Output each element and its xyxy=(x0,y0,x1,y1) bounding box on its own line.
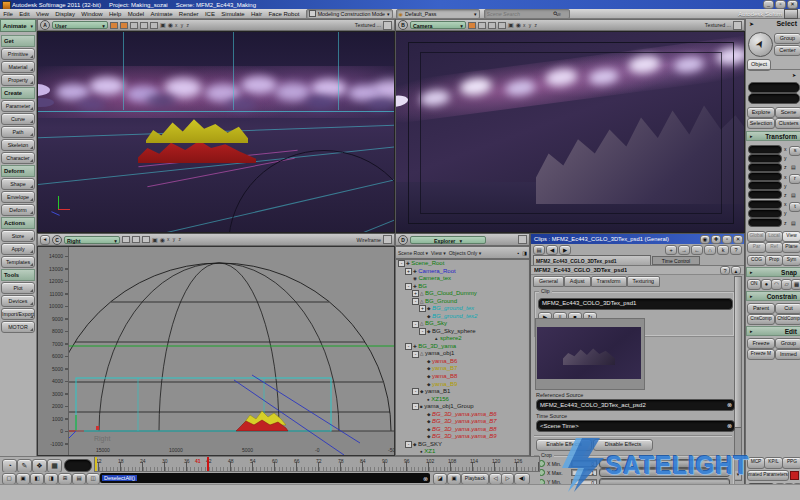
node-label[interactable]: XZ1 xyxy=(424,448,435,456)
explorer-tree-row[interactable]: - △ BG_Sky xyxy=(396,320,529,328)
transform-value-field[interactable] xyxy=(748,209,782,218)
explorer-letter[interactable]: D xyxy=(398,235,408,245)
filter-dropdown[interactable]: Objects Only ▾ xyxy=(449,250,482,256)
scene-button[interactable]: Scene xyxy=(775,107,800,118)
expander-icon[interactable]: - xyxy=(412,298,419,305)
transform-value-field[interactable] xyxy=(748,172,782,181)
display-mode-dropdown[interactable]: Textured ... xyxy=(705,22,731,28)
timeline-ruler[interactable]: 1218243036424854606672788490961021081141… xyxy=(94,456,540,472)
viewport-b-camera-dropdown[interactable]: Camera▾ xyxy=(410,21,466,29)
solo-swatch[interactable] xyxy=(132,236,140,243)
pen-tool-icon[interactable]: ✎ xyxy=(17,459,32,473)
swatch[interactable] xyxy=(488,22,496,29)
expander-icon[interactable]: + xyxy=(412,290,419,297)
keys-icon[interactable]: k xyxy=(717,245,729,255)
node-label[interactable]: BG_SKY xyxy=(418,441,442,449)
explorer-tree-row[interactable]: ◆ BG_3D_yama.yama_B8 xyxy=(396,426,529,434)
par-button[interactable]: Par xyxy=(747,242,766,253)
node-label[interactable]: BG_Sky xyxy=(425,320,447,328)
kpl-button[interactable]: KP/L xyxy=(764,457,783,469)
grid-tool-icon[interactable]: ▦ xyxy=(47,459,62,473)
splitter[interactable] xyxy=(395,19,396,233)
mute-swatch[interactable] xyxy=(110,22,118,29)
ppg-tab[interactable]: Texturing xyxy=(627,276,661,287)
toolbar-row[interactable]: Material xyxy=(1,61,35,73)
explorer-tree-row[interactable]: ◆ BG_ground_tex2 xyxy=(396,313,529,321)
clip-name-field[interactable]: MFM2_Ec443_COLO_3DTex_psd1 xyxy=(538,298,733,310)
node-label[interactable]: yama_B6 xyxy=(432,358,457,366)
menu-item[interactable]: View xyxy=(36,11,49,17)
explorer-tree-row[interactable]: - ◆ yama_B1 xyxy=(396,388,529,396)
expander-icon[interactable]: - xyxy=(412,403,419,410)
resize-viewport-icon[interactable] xyxy=(383,235,392,244)
viewport-b-canvas[interactable] xyxy=(395,31,745,233)
back-icon[interactable]: ← xyxy=(691,245,703,255)
explorer-tree-row[interactable]: ◆ yama_B8 xyxy=(396,373,529,381)
explore-button[interactable]: Explore xyxy=(747,107,775,118)
node-icon[interactable]: ⊗ xyxy=(727,422,732,431)
ppg-tab[interactable]: Transform xyxy=(591,276,627,287)
enable-effects-button[interactable]: Enable Effects xyxy=(536,439,592,451)
eye-icon[interactable]: ◉ xyxy=(160,236,165,244)
resize-viewport-icon[interactable] xyxy=(733,21,742,30)
view-button[interactable]: View xyxy=(782,231,800,242)
recycle-icon[interactable]: ∩ xyxy=(704,245,716,255)
playhead[interactable] xyxy=(207,457,209,471)
menu-item[interactable]: File xyxy=(3,11,13,17)
snap-grid-icon[interactable]: ▦ xyxy=(791,279,800,290)
selection-field-1[interactable] xyxy=(748,82,800,93)
explorer-tree-row[interactable]: ◆ yama_B9 xyxy=(396,381,529,389)
node-label[interactable]: BG_3D_yama.yama_B9 xyxy=(432,433,497,441)
expander-icon[interactable]: + xyxy=(405,268,412,275)
snap-on-button[interactable]: ON xyxy=(747,279,761,290)
toolbar-row[interactable]: Templates xyxy=(1,256,35,268)
scroll-down-icon[interactable]: ▾ xyxy=(735,471,741,479)
toolbar-row[interactable]: Apply xyxy=(1,243,35,255)
scene-search-input[interactable] xyxy=(485,11,553,17)
resize-viewport-icon[interactable] xyxy=(383,21,392,30)
prop-button[interactable]: Prop xyxy=(765,255,783,266)
brush-tool-icon[interactable]: ❖ xyxy=(32,459,47,473)
display-mode-dropdown[interactable]: Textured ... xyxy=(355,22,381,28)
swatch[interactable] xyxy=(150,22,158,29)
toolbar-row[interactable]: Deform xyxy=(1,204,35,216)
explorer-tree-row[interactable]: ● XZ1 xyxy=(396,448,529,456)
next-icon[interactable]: ▶ xyxy=(559,245,571,255)
display-mode-dropdown[interactable]: Wireframe xyxy=(357,237,381,243)
toolbar-row[interactable]: Devices xyxy=(1,295,35,307)
render-pass-dropdown[interactable]: ◉ Default_Pass ▾ xyxy=(396,9,480,19)
viewport-a-camera-dropdown[interactable]: User▾ xyxy=(52,21,108,29)
collapse-icon[interactable]: ▴ xyxy=(731,266,741,275)
translate-button[interactable]: t xyxy=(789,202,800,212)
mcp-button[interactable]: MCP xyxy=(747,457,765,469)
referenced-source-field[interactable]: MFM2_Ec443_COLO_3DTex_act_psd2 ⊗ xyxy=(536,399,735,411)
viewport-c-canvas[interactable]: 1400013000120001100010000900080007000600… xyxy=(37,246,395,456)
toolbar-row[interactable]: Primitive xyxy=(1,48,35,60)
crop-value-field[interactable]: 0 xyxy=(571,460,597,467)
explorer-tree-row[interactable]: + △ BG_Cloud_Dummy xyxy=(396,290,529,298)
node-label[interactable]: yama_B9 xyxy=(432,381,457,389)
expander-icon[interactable]: - xyxy=(419,328,426,335)
menu-item[interactable]: ICE xyxy=(205,11,215,17)
node-label[interactable]: yama_B7 xyxy=(432,365,457,373)
frame-display-field[interactable] xyxy=(64,459,92,472)
edit-group-button[interactable]: Group xyxy=(775,338,800,349)
explorer-tree-row[interactable]: - ◆ BG_Sky_sphere xyxy=(396,328,529,336)
node-label[interactable]: yama_obj1_Group xyxy=(424,403,473,411)
expander-icon[interactable]: - xyxy=(412,351,419,358)
node-label[interactable]: BG_3D_yama.yama_B7 xyxy=(432,418,497,426)
ppg-tab[interactable]: Adjust xyxy=(564,276,591,287)
node-label[interactable]: BG_3D_yama xyxy=(418,343,456,351)
explorer-tree-row[interactable]: - ✚ BG_3D_yama xyxy=(396,343,529,351)
crop-value-field[interactable]: 1 xyxy=(571,469,597,476)
transform-value-field[interactable] xyxy=(748,181,782,190)
scope-dropdown[interactable]: Scene Root ▾ xyxy=(398,250,428,256)
expander-icon[interactable]: - xyxy=(405,283,412,290)
disable-effects-button[interactable]: Disable Effects xyxy=(593,439,653,451)
keep-on-top-icon[interactable]: ◉ xyxy=(700,235,710,244)
node-label[interactable]: yama_B8 xyxy=(432,373,457,381)
axis-letters[interactable]: x y z xyxy=(167,237,182,242)
freeze-button[interactable]: Freeze xyxy=(747,338,775,349)
node-label[interactable]: Camera_Root xyxy=(418,268,455,276)
immed-button[interactable]: Immed xyxy=(775,349,800,360)
